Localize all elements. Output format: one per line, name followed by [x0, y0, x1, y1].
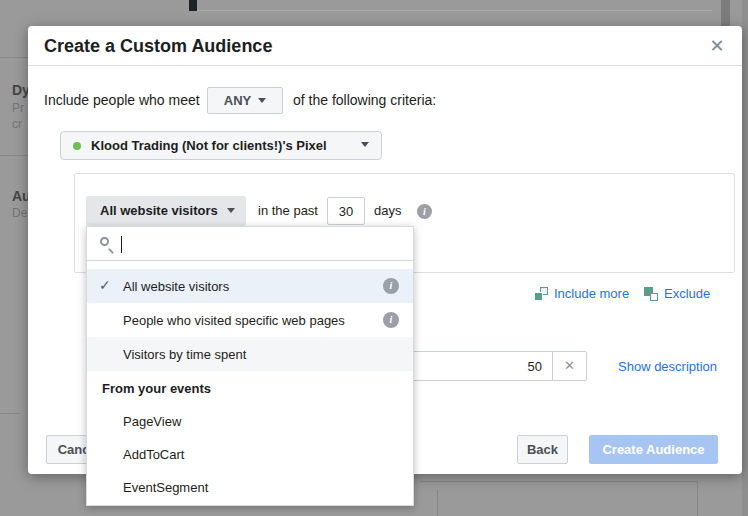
modal-header: Create a Custom Audience ✕ — [28, 26, 742, 66]
bg-divider — [437, 490, 438, 516]
include-more-label: Include more — [554, 286, 629, 301]
clear-input-icon[interactable]: ✕ — [552, 351, 587, 381]
back-button[interactable]: Back — [517, 435, 568, 464]
pixel-selector-label: Klood Trading (Not for clients!)'s Pixel — [91, 138, 327, 153]
option-label: EventSegment — [123, 480, 208, 495]
rule-days-unit: days — [374, 196, 401, 226]
bg-divider — [420, 481, 697, 482]
pixel-selector-dropdown[interactable]: Klood Trading (Not for clients!)'s Pixel — [60, 131, 382, 160]
modal-title: Create a Custom Audience — [44, 36, 272, 57]
match-type-label: ANY — [224, 93, 251, 108]
close-icon[interactable]: ✕ — [704, 33, 730, 59]
bg-divider — [697, 481, 698, 516]
exclude-label: Exclude — [664, 286, 710, 301]
exclude-link[interactable]: Exclude — [644, 286, 710, 301]
option-label: PageView — [123, 414, 181, 429]
create-audience-button[interactable]: Create Audience — [589, 435, 718, 464]
bg-text-fragment: De — [12, 206, 27, 220]
bg-text-fragment: Pr — [12, 101, 24, 115]
pixel-active-dot-icon — [73, 142, 81, 150]
retention-days-input[interactable] — [327, 197, 365, 225]
exclude-audience-icon — [644, 287, 658, 301]
info-icon[interactable]: i — [417, 204, 432, 219]
option-addtocart-event[interactable]: AddToCart — [87, 438, 413, 471]
rule-connector-text: in the past — [258, 196, 318, 226]
bg-divider — [0, 57, 28, 58]
option-all-website-visitors[interactable]: ✓ All website visitors i — [87, 269, 413, 303]
intro-text-before: Include people who meet — [44, 87, 200, 114]
chevron-down-icon — [258, 98, 266, 103]
chevron-down-icon — [227, 208, 235, 213]
option-visitors-by-time-spent[interactable]: Visitors by time spent — [87, 337, 413, 371]
option-label: All website visitors — [123, 279, 229, 294]
option-label: Visitors by time spent — [123, 347, 246, 362]
option-label: AddToCart — [123, 447, 184, 462]
include-audience-icon — [534, 287, 548, 301]
intro-text-after: of the following criteria: — [293, 87, 436, 114]
dropdown-search — [87, 227, 413, 261]
chevron-down-icon — [361, 142, 369, 147]
bg-topbar-edge — [196, 10, 712, 11]
visitor-source-dropdown-menu: ✓ All website visitors i People who visi… — [86, 226, 414, 506]
bg-divider — [0, 155, 28, 156]
bg-dark-element — [189, 0, 197, 11]
visitor-source-dropdown[interactable]: All website visitors — [86, 196, 246, 226]
dropdown-section-header: From your events — [87, 371, 413, 405]
bg-page-right-edge — [742, 0, 748, 516]
option-pageview-event[interactable]: PageView — [87, 405, 413, 438]
dropdown-option-list: ✓ All website visitors i People who visi… — [87, 261, 413, 507]
include-more-link[interactable]: Include more — [534, 286, 629, 301]
option-specific-web-pages[interactable]: People who visited specific web pages i — [87, 303, 413, 337]
check-icon: ✓ — [99, 277, 117, 293]
bg-text-fragment: cr — [12, 117, 22, 131]
bg-divider — [0, 413, 20, 414]
option-eventsegment-event[interactable]: EventSegment — [87, 471, 413, 504]
bg-scrollbar-thumb — [721, 0, 730, 26]
text-cursor — [121, 236, 122, 253]
show-description-link[interactable]: Show description — [618, 359, 717, 374]
match-type-dropdown[interactable]: ANY — [207, 87, 283, 114]
dropdown-search-input[interactable] — [120, 231, 400, 256]
visitor-source-label: All website visitors — [100, 203, 218, 218]
info-icon[interactable]: i — [383, 312, 399, 328]
search-icon — [100, 237, 109, 246]
option-label: People who visited specific web pages — [123, 313, 345, 328]
info-icon[interactable]: i — [383, 278, 399, 294]
page-backdrop: Dy Pr cr Au De Create a Custom Audience … — [0, 0, 748, 516]
